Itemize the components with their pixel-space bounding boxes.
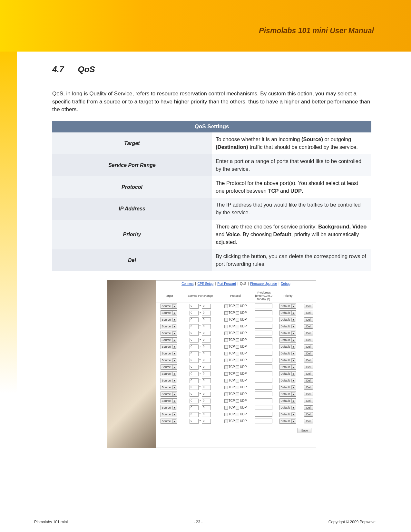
del-button[interactable]: Del (304, 399, 313, 403)
del-button[interactable]: Del (304, 412, 313, 417)
ip-input[interactable] (255, 392, 272, 396)
tcp-checkbox[interactable] (224, 318, 228, 322)
tcp-checkbox[interactable] (224, 399, 228, 403)
del-button[interactable]: Del (304, 372, 313, 376)
port-to-input[interactable]: 0 (202, 304, 211, 309)
ip-input[interactable] (255, 405, 272, 410)
ip-input[interactable] (255, 304, 272, 308)
tcp-checkbox[interactable] (224, 305, 228, 308)
target-select[interactable]: Source▼ (161, 304, 177, 309)
ip-input[interactable] (255, 358, 272, 363)
priority-select[interactable]: Default▼ (279, 304, 296, 309)
udp-checkbox[interactable] (236, 399, 239, 403)
tcp-checkbox[interactable] (224, 386, 228, 389)
port-from-input[interactable]: 0 (190, 378, 199, 383)
tcp-checkbox[interactable] (224, 420, 228, 423)
ip-input[interactable] (255, 324, 272, 329)
tcp-checkbox[interactable] (224, 325, 228, 328)
tcp-checkbox[interactable] (224, 413, 228, 416)
del-button[interactable]: Del (304, 378, 313, 383)
port-from-input[interactable]: 0 (190, 392, 199, 397)
priority-select[interactable]: Default▼ (279, 324, 296, 329)
tcp-checkbox[interactable] (224, 332, 228, 335)
udp-checkbox[interactable] (236, 311, 239, 315)
port-from-input[interactable]: 0 (190, 358, 199, 363)
target-select[interactable]: Source▼ (161, 364, 177, 370)
target-select[interactable]: Source▼ (161, 351, 177, 356)
del-button[interactable]: Del (304, 317, 313, 322)
port-from-input[interactable]: 0 (190, 338, 199, 343)
priority-select[interactable]: Default▼ (279, 405, 296, 410)
ip-input[interactable] (255, 398, 272, 403)
priority-select[interactable]: Default▼ (279, 364, 296, 370)
tcp-checkbox[interactable] (224, 379, 228, 382)
port-to-input[interactable]: 0 (202, 358, 211, 363)
nav-link-cpe-setup[interactable]: CPE Setup (198, 282, 213, 285)
port-to-input[interactable]: 0 (202, 331, 211, 336)
target-select[interactable]: Source▼ (161, 405, 177, 410)
port-from-input[interactable]: 0 (190, 344, 199, 349)
target-select[interactable]: Source▼ (161, 310, 177, 315)
nav-link-qos[interactable]: QoS (240, 282, 246, 285)
del-button[interactable]: Del (304, 344, 313, 349)
ip-input[interactable] (255, 337, 272, 342)
port-to-input[interactable]: 0 (202, 324, 211, 329)
port-from-input[interactable]: 0 (190, 412, 199, 417)
port-to-input[interactable]: 0 (202, 419, 211, 424)
port-from-input[interactable]: 0 (190, 399, 199, 403)
ip-input[interactable] (255, 310, 272, 315)
priority-select[interactable]: Default▼ (279, 385, 296, 390)
udp-checkbox[interactable] (236, 372, 239, 376)
udp-checkbox[interactable] (236, 406, 239, 410)
priority-select[interactable]: Default▼ (279, 398, 296, 403)
target-select[interactable]: Source▼ (161, 378, 177, 383)
port-from-input[interactable]: 0 (190, 385, 199, 390)
udp-checkbox[interactable] (236, 352, 239, 355)
priority-select[interactable]: Default▼ (279, 337, 296, 343)
ip-input[interactable] (255, 364, 272, 369)
target-select[interactable]: Source▼ (161, 324, 177, 329)
port-from-input[interactable]: 0 (190, 324, 199, 329)
udp-checkbox[interactable] (236, 365, 239, 369)
port-from-input[interactable]: 0 (190, 351, 199, 356)
udp-checkbox[interactable] (236, 379, 239, 382)
port-from-input[interactable]: 0 (190, 311, 199, 315)
port-from-input[interactable]: 0 (190, 405, 199, 410)
tcp-checkbox[interactable] (224, 365, 228, 369)
udp-checkbox[interactable] (236, 413, 239, 416)
nav-link-connect[interactable]: Connect (181, 282, 193, 285)
del-button[interactable]: Del (304, 324, 313, 329)
udp-checkbox[interactable] (236, 325, 239, 328)
port-from-input[interactable]: 0 (190, 304, 199, 309)
port-to-input[interactable]: 0 (202, 372, 211, 376)
port-to-input[interactable]: 0 (202, 351, 211, 356)
del-button[interactable]: Del (304, 351, 313, 356)
target-select[interactable]: Source▼ (161, 358, 177, 363)
ip-input[interactable] (255, 419, 272, 423)
udp-checkbox[interactable] (236, 359, 239, 362)
del-button[interactable]: Del (304, 419, 313, 423)
target-select[interactable]: Source▼ (161, 412, 177, 417)
tcp-checkbox[interactable] (224, 352, 228, 355)
nav-link-port-forward[interactable]: Port Forward (217, 282, 236, 285)
nav-link-firmware-upgrade[interactable]: Firmware Upgrade (250, 282, 277, 285)
port-to-input[interactable]: 0 (202, 412, 211, 417)
port-from-input[interactable]: 0 (190, 419, 199, 424)
target-select[interactable]: Source▼ (161, 371, 177, 376)
ip-input[interactable] (255, 317, 272, 322)
ip-input[interactable] (255, 331, 272, 335)
target-select[interactable]: Source▼ (161, 419, 177, 424)
priority-select[interactable]: Default▼ (279, 344, 296, 349)
udp-checkbox[interactable] (236, 386, 239, 389)
del-button[interactable]: Del (304, 338, 313, 342)
target-select[interactable]: Source▼ (161, 398, 177, 403)
ip-input[interactable] (255, 378, 272, 383)
udp-checkbox[interactable] (236, 318, 239, 322)
port-to-input[interactable]: 0 (202, 365, 211, 370)
tcp-checkbox[interactable] (224, 372, 228, 376)
ip-input[interactable] (255, 351, 272, 356)
ip-input[interactable] (255, 371, 272, 376)
priority-select[interactable]: Default▼ (279, 358, 296, 363)
priority-select[interactable]: Default▼ (279, 378, 296, 383)
tcp-checkbox[interactable] (224, 359, 228, 362)
